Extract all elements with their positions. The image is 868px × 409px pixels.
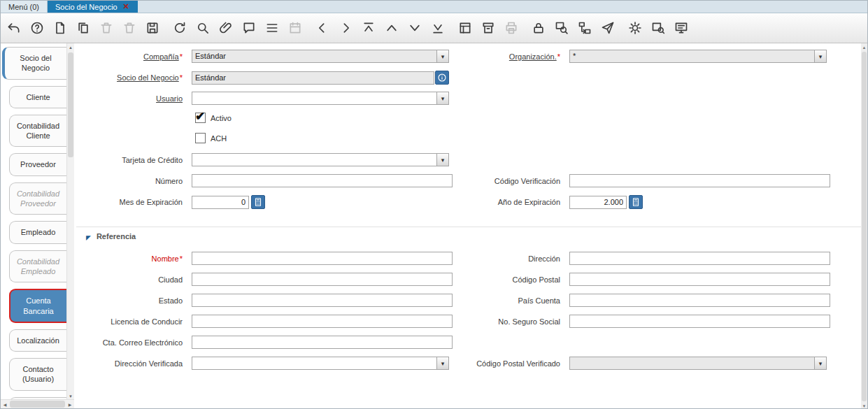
codigo-postal-verificado-select[interactable] [569, 357, 827, 370]
ciudad-input[interactable] [192, 273, 453, 286]
next-record-icon[interactable] [336, 19, 355, 37]
pais-cuenta-input[interactable] [569, 294, 830, 307]
chevron-down-icon[interactable] [814, 357, 826, 369]
direccion-input[interactable] [569, 252, 830, 265]
product-info-icon[interactable] [649, 19, 667, 37]
label-socio-del-negocio[interactable]: Socio del Negocio* [76, 73, 183, 82]
scroll-up-icon[interactable] [861, 43, 867, 51]
sidebar-item-cliente[interactable]: Cliente [9, 86, 66, 108]
scroll-down-icon[interactable] [861, 402, 867, 409]
tarjeta-credito-select[interactable] [192, 153, 449, 166]
copy-record-icon[interactable] [74, 19, 92, 37]
undo-icon[interactable] [5, 19, 23, 37]
tab-socio-label: Socio del Negocio [55, 3, 118, 11]
tab-menu[interactable]: Menú (0) [1, 1, 48, 13]
collapse-section-icon[interactable] [86, 230, 91, 243]
form-row-verified: Dirección Verificada Código Postal Verif… [76, 357, 862, 370]
activo-label: Activo [211, 114, 232, 122]
chevron-down-icon[interactable] [436, 50, 448, 62]
correo-label-text: Cta. Correo Electrónico [103, 338, 183, 347]
usuario-label-text: Usuario [156, 94, 183, 103]
sidebar-item-contabilidad-proveedor[interactable]: Contabilidad Proveedor [9, 182, 66, 215]
save-icon[interactable] [143, 19, 162, 37]
new-record-icon[interactable] [51, 19, 69, 37]
workflow-icon[interactable] [576, 19, 594, 37]
report-icon[interactable] [456, 19, 474, 37]
previous-record-icon[interactable] [313, 19, 332, 37]
correo-electronico-input[interactable] [192, 336, 453, 349]
chevron-down-icon[interactable] [436, 154, 448, 166]
compania-select[interactable]: Estándar [192, 50, 449, 63]
archive-icon[interactable] [479, 19, 497, 37]
label-codigo-postal-verificado: Código Postal Verificado [462, 359, 560, 368]
refresh-icon[interactable] [171, 19, 189, 37]
sidebar-item-proveedor[interactable]: Proveedor [9, 153, 66, 175]
codigo-postal-input[interactable] [569, 273, 830, 286]
licencia-conducir-input[interactable] [192, 315, 453, 328]
seguro-social-input[interactable] [569, 315, 830, 328]
business-partner-info-button[interactable] [435, 71, 449, 85]
scroll-right-icon[interactable] [66, 400, 74, 408]
tab-socio-del-negocio[interactable]: Socio del Negocio [48, 1, 138, 13]
main-vertical-scrollbar[interactable] [861, 43, 867, 409]
chevron-down-icon[interactable] [436, 357, 448, 369]
calculator-button[interactable] [629, 195, 643, 209]
direccion-verificada-select[interactable] [192, 357, 449, 370]
private-record-lock-icon[interactable] [529, 19, 548, 37]
sidebar-vertical-scrollbar[interactable] [66, 43, 74, 401]
scroll-left-icon[interactable] [1, 400, 9, 408]
socio-del-negocio-field [192, 71, 449, 85]
sidebar-item-cuenta-bancaria[interactable]: Cuenta Bancaria [9, 289, 66, 323]
preference-gear-icon[interactable] [626, 19, 644, 37]
zoom-across-icon[interactable] [553, 19, 571, 37]
detail-record-icon[interactable] [406, 19, 424, 37]
attachment-icon[interactable] [217, 19, 235, 37]
numero-input[interactable] [192, 174, 453, 187]
last-record-icon[interactable] [429, 19, 447, 37]
form-row-state-country: Estado País Cuenta [76, 294, 862, 307]
sidebar-item-contacto-usuario[interactable]: Contacto (Usuario) [9, 358, 66, 391]
chevron-down-icon[interactable] [814, 50, 826, 62]
ach-checkbox[interactable] [195, 133, 206, 143]
codigo-verificacion-input[interactable] [569, 174, 830, 187]
close-tab-icon[interactable] [122, 3, 130, 10]
nombre-input[interactable] [192, 252, 453, 265]
numero-label-text: Número [155, 177, 183, 185]
label-codigo-postal: Código Postal [462, 275, 560, 284]
feedback-icon[interactable] [672, 19, 690, 37]
label-organizacion[interactable]: Organización.* [462, 52, 560, 61]
calculator-button[interactable] [251, 195, 265, 209]
grid-toggle-icon[interactable] [263, 19, 281, 37]
request-send-icon[interactable] [599, 19, 617, 37]
sidebar-item-socio-del-negocio[interactable]: Socio del Negocio [2, 47, 66, 80]
chat-icon[interactable] [240, 19, 258, 37]
chevron-down-icon[interactable] [436, 92, 448, 104]
activo-checkbox[interactable] [195, 113, 206, 123]
mes-expiracion-input[interactable] [192, 196, 249, 209]
form-row-ach: ACH [76, 133, 862, 143]
sidebar-hscroll-thumb[interactable] [10, 401, 65, 408]
find-icon[interactable] [194, 19, 212, 37]
label-numero: Número [76, 177, 183, 185]
tarjeta-label-text: Tarjeta de Crédito [122, 156, 183, 164]
organizacion-select[interactable]: * [569, 50, 827, 63]
referencia-section-header[interactable]: Referencia [76, 227, 862, 241]
sidebar-item-contabilidad-cliente[interactable]: Contabilidad Cliente [9, 115, 66, 148]
first-record-icon[interactable] [360, 19, 378, 37]
estado-input[interactable] [192, 294, 453, 307]
label-usuario[interactable]: Usuario [76, 94, 183, 103]
label-compania[interactable]: Compañía* [76, 52, 183, 61]
sidebar-item-empleado[interactable]: Empleado [9, 221, 66, 243]
sidebar-scroll-thumb[interactable] [68, 52, 73, 157]
usuario-select[interactable] [192, 92, 449, 105]
socio-del-negocio-input[interactable] [192, 71, 434, 85]
parent-record-icon[interactable] [383, 19, 401, 37]
ano-expiracion-input[interactable] [569, 196, 627, 209]
sidebar-item-contabilidad-empleado[interactable]: Contabilidad Empleado [9, 250, 66, 283]
help-icon[interactable] [28, 19, 46, 37]
main-scroll-thumb[interactable] [862, 52, 867, 401]
scroll-up-icon[interactable] [67, 43, 74, 52]
required-marker: * [180, 52, 183, 61]
sidebar-horizontal-scrollbar[interactable] [1, 399, 74, 408]
sidebar-item-localizacion[interactable]: Localización [9, 329, 66, 352]
